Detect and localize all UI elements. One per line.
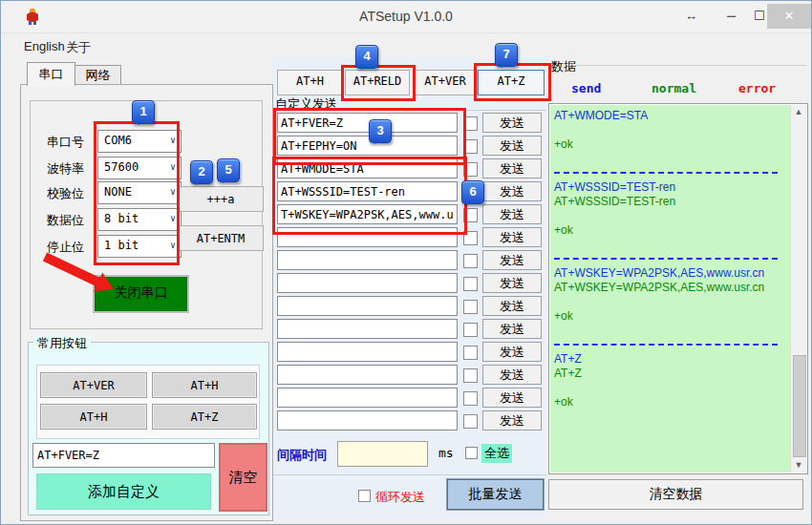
clear-input-button[interactable]: 清空 — [219, 443, 267, 512]
custom-command-input[interactable] — [277, 250, 458, 270]
log-line: +ok — [554, 137, 787, 152]
row-checkbox[interactable] — [463, 368, 478, 383]
annotation-box — [272, 157, 467, 235]
field-label-port: 串口号 — [47, 134, 84, 151]
log-blank-line — [554, 123, 787, 137]
custom-command-input[interactable] — [277, 388, 458, 408]
log-scrollbar[interactable]: ▲ ▼ — [790, 105, 806, 472]
add-custom-button[interactable]: 添加自定义 — [36, 473, 211, 510]
send-button[interactable]: 发送 — [482, 158, 542, 178]
interval-label: 间隔时间 — [277, 447, 327, 464]
row-checkbox[interactable] — [463, 346, 478, 360]
batch-send-button[interactable]: 批量发送 — [447, 479, 544, 510]
send-button[interactable]: 发送 — [482, 273, 542, 293]
annotation-badge-7: 7 — [495, 43, 518, 67]
divider — [574, 65, 806, 66]
data-log-area[interactable]: AT+WMODE=STA+okAT+WSSSID=TEST-renAT+WSSS… — [550, 105, 791, 472]
custom-command-input[interactable] — [277, 410, 458, 430]
custom-command-field[interactable] — [32, 443, 215, 468]
common-button-at-ver[interactable]: AT+VER — [40, 372, 147, 398]
send-button[interactable]: 发送 — [482, 365, 542, 385]
minimize-icon[interactable]: ─ — [727, 9, 736, 23]
send-button[interactable]: 发送 — [482, 319, 542, 339]
custom-send-row: 发送 — [277, 296, 545, 319]
send-button[interactable]: 发送 — [482, 113, 542, 133]
row-checkbox[interactable] — [463, 300, 478, 314]
entm-button[interactable]: AT+ENTM — [178, 225, 264, 251]
log-blank-line — [554, 152, 787, 166]
annotation-badge-1: 1 — [132, 100, 155, 124]
send-button[interactable]: 发送 — [482, 227, 542, 247]
log-line: AT+Z — [554, 367, 787, 381]
scroll-down-icon[interactable]: ▼ — [791, 458, 806, 472]
scrollbar-thumb[interactable] — [793, 355, 806, 457]
quick-button-at-h[interactable]: AT+H — [277, 70, 343, 95]
send-button[interactable]: 发送 — [482, 342, 542, 362]
log-line: AT+WMODE=STA — [554, 109, 787, 123]
clear-data-button[interactable]: 清空数据 — [548, 479, 803, 510]
send-button[interactable]: 发送 — [482, 181, 542, 201]
custom-send-row: 发送 — [277, 342, 545, 365]
title-bar: ATSetup V1.0.0 ↔ ─ ☐ ✕ — [1, 1, 811, 33]
custom-send-row: 发送 — [277, 250, 545, 273]
log-line: AT+WSKEY=WPA2PSK,AES,www.usr.cn — [554, 266, 787, 281]
send-button[interactable]: 发送 — [482, 136, 542, 156]
annotation-badge-3: 3 — [369, 119, 392, 143]
custom-command-input[interactable] — [277, 319, 458, 339]
common-buttons-title: 常用按钮 — [33, 335, 91, 352]
close-icon[interactable]: ✕ — [767, 4, 811, 29]
menu-item-about[interactable]: 关于 — [66, 39, 91, 56]
custom-command-input[interactable] — [277, 342, 458, 362]
row-checkbox[interactable] — [463, 414, 478, 429]
menu-item-english[interactable]: English — [24, 39, 65, 53]
send-button[interactable]: 发送 — [482, 388, 542, 408]
tab-network[interactable]: 网络 — [75, 65, 121, 86]
custom-send-row: 发送 — [277, 273, 545, 296]
loop-send-label: 循环发送 — [375, 489, 425, 506]
scroll-up-icon[interactable]: ▲ — [791, 105, 806, 119]
annotation-badge-5: 5 — [217, 158, 240, 182]
common-button-at-z[interactable]: AT+Z — [152, 404, 257, 430]
log-line: +ok — [554, 309, 787, 324]
row-checkbox[interactable] — [463, 277, 478, 291]
close-serial-button[interactable]: 关闭串口 — [93, 275, 189, 313]
custom-command-input[interactable] — [277, 273, 458, 293]
row-checkbox[interactable] — [463, 323, 478, 337]
custom-send-row: 发送 — [277, 365, 545, 388]
send-button[interactable]: 发送 — [482, 296, 542, 316]
resize-icon[interactable]: ↔ — [685, 9, 697, 23]
common-button-at-h-1[interactable]: AT+H — [152, 372, 257, 398]
log-blank-line — [554, 381, 787, 395]
interval-unit: ms — [438, 446, 454, 460]
log-line: AT+WSSSID=TEST-ren — [554, 180, 787, 195]
field-label-baud: 波特率 — [47, 160, 84, 178]
send-button[interactable]: 发送 — [482, 410, 542, 430]
loop-send-checkbox[interactable] — [358, 490, 371, 502]
maximize-icon[interactable]: ☐ — [754, 9, 765, 23]
custom-command-input[interactable] — [277, 365, 458, 385]
custom-send-row: 发送 — [277, 410, 545, 433]
log-separator — [554, 252, 787, 266]
interval-input[interactable] — [337, 441, 428, 467]
log-blank-line — [554, 209, 787, 223]
annotation-box — [341, 65, 416, 101]
annotation-badge-2: 2 — [190, 160, 213, 184]
row-checkbox[interactable] — [463, 391, 478, 406]
send-button[interactable]: 发送 — [482, 204, 542, 224]
tab-serial[interactable]: 串口 — [27, 62, 75, 86]
legend-send: send — [571, 81, 601, 95]
data-panel-title: 数据 — [551, 58, 576, 75]
log-line: AT+Z — [554, 352, 787, 367]
send-button[interactable]: 发送 — [482, 250, 542, 270]
quick-button-at-ver[interactable]: AT+VER — [413, 70, 478, 95]
field-label-parity: 校验位 — [47, 185, 84, 202]
annotation-badge-4: 4 — [355, 45, 378, 69]
custom-command-input[interactable] — [277, 296, 458, 316]
log-line: AT+WSKEY=WPA2PSK,AES,www.usr.cn — [554, 281, 787, 295]
data-log-box: AT+WMODE=STA+okAT+WSSSID=TEST-renAT+WSSS… — [548, 103, 808, 474]
row-checkbox[interactable] — [463, 254, 478, 268]
escape-sequence-button[interactable]: +++a — [178, 186, 264, 212]
common-button-at-h-2[interactable]: AT+H — [40, 404, 147, 430]
annotation-box — [94, 121, 180, 265]
select-all-checkbox[interactable] — [465, 447, 478, 459]
